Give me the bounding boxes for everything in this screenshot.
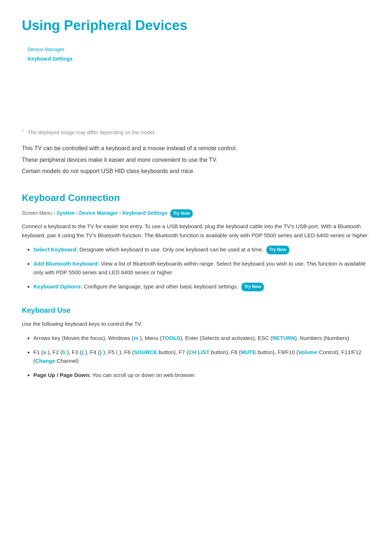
arrows-text-4: ), Numbers (Numbers) [295,335,349,341]
toc-section: Device Manager Keyboard Settings [22,45,370,63]
keyboard-use-item-pageupdown: Page Up / Page Down: You can scroll up o… [33,371,370,380]
fkeys-text-6: button), F7 ( [157,349,188,355]
fkeys-link-a: a [43,349,46,355]
fkeys-text-5: ), F5 ( ), F6 ( [102,349,134,355]
keyboard-use-heading: Keyboard Use [22,304,370,316]
keyboard-options-text: Configure the language, type and other b… [84,283,238,290]
breadcrumb-sep-2: › [76,210,79,216]
try-now-badge-select-keyboard[interactable]: Try Now [266,246,289,254]
pageupdown-term: Page Up / Page Down: [33,372,91,378]
keyboard-connection-list: Select Keyboard: Designate which keyboar… [22,245,370,291]
keyboard-use-intro: Use the following keyboard keys to contr… [22,320,370,329]
fkeys-text-2: ), F2 ( [46,349,62,355]
arrows-text-2: ), Menu ( [138,335,162,341]
add-bluetooth-term[interactable]: Add Bluetooth Keyboard: [33,260,99,267]
fkeys-link-b: b [62,349,65,355]
arrows-link-return: RETURN [272,335,295,341]
keyboard-options-term[interactable]: Keyboard Options: [33,283,82,290]
intro-para-3: Certain models do not support USB HID cl… [22,167,370,176]
disclaimer-text: The displayed image may differ depending… [28,128,155,136]
breadcrumb-device-manager[interactable]: Device Manager [79,210,118,216]
page-title: Using Peripheral Devices [22,15,370,37]
fkeys-link-source: SOURCE [134,349,157,355]
fkeys-text-8: button), F9/F10 ( [256,349,298,355]
breadcrumb-sep-1: › [53,210,57,216]
keyboard-use-list: Arrows key (Moves the focus), Windows (m… [22,334,370,380]
pageupdown-text: You can scroll up or down on web browser… [91,372,196,378]
fkeys-text-3: ), F3 ( [65,349,81,355]
keyboard-use-item-arrows: Arrows key (Moves the focus), Windows (m… [33,334,370,343]
arrows-text-3: ), Enter (Selects and activates), ESC ( [180,335,272,341]
fkeys-text-1: F1 ( [33,349,43,355]
keyboard-connection-body: Connect a keyboard to the TV for easier … [22,222,370,240]
fkeys-text-7: button), F8 ( [209,349,241,355]
toc-link-keyboard-settings[interactable]: Keyboard Settings [28,55,370,63]
disclaimer-section: " The displayed image may differ dependi… [22,128,370,136]
fkeys-text-4: ), F4 ( [83,349,99,355]
keyboard-use-item-fkeys: F1 (a ), F2 (b ), F3 ({ ), F4 (} ), F5 (… [33,348,370,366]
arrows-link-tools: TOOLS [162,335,180,341]
intro-para-1: This TV can be controlled with a keyboar… [22,144,370,153]
arrows-link-m: m [134,335,138,341]
disclaimer-quote-icon: " [22,129,24,136]
toc-link-device-manager[interactable]: Device Manager [28,45,370,53]
try-now-badge-keyboard-options[interactable]: Try Now [241,283,264,291]
breadcrumb: Screen Menu › System › Device Manager › … [22,209,370,218]
select-keyboard-text: Designate which keyboard to use. Only on… [79,246,264,253]
select-keyboard-term[interactable]: Select Keyboard: [33,246,78,253]
breadcrumb-sep-3: › [119,210,123,216]
keyboard-connection-heading: Keyboard Connection [22,190,370,206]
breadcrumb-keyboard-settings[interactable]: Keyboard Settings [122,210,167,216]
fkeys-link-mute: MUTE [241,349,256,355]
fkeys-text-10: Channel) [55,358,79,364]
try-now-badge-breadcrumb[interactable]: Try Now [170,209,193,218]
fkeys-link-chlist: CH LIST [188,349,209,355]
list-item-add-bluetooth: Add Bluetooth Keyboard: View a list of B… [33,259,370,278]
fkeys-link-change: Change [35,358,55,364]
list-item-keyboard-options: Keyboard Options: Configure the language… [33,282,370,291]
list-item-select-keyboard: Select Keyboard: Designate which keyboar… [33,245,370,254]
intro-para-2: These peripheral devices make it easier … [22,155,370,165]
fkeys-link-volume: Volume [298,349,317,355]
arrows-text-1: Arrows key (Moves the focus), Windows ( [33,335,134,341]
breadcrumb-prefix: Screen Menu [22,210,52,216]
breadcrumb-system[interactable]: System [57,210,75,216]
